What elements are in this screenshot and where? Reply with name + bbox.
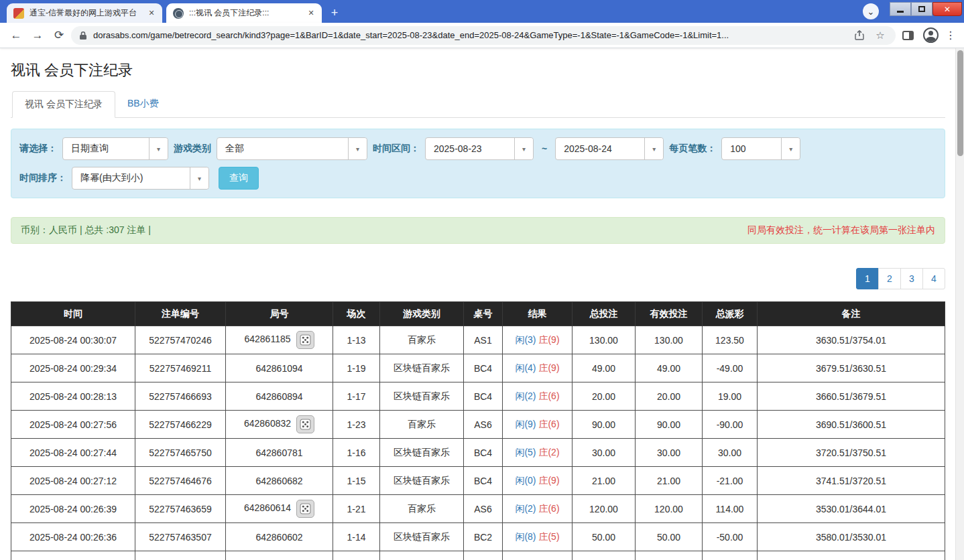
round-id-text: 642860832 [244,418,291,429]
cell-bet_id: 522757470246 [135,326,226,354]
chevron-down-icon[interactable]: ▾ [781,138,800,159]
reload-button[interactable]: ⟳ [50,26,68,45]
per-page-label: 每页笔数： [669,143,716,155]
cell-game: 百家乐 [380,495,464,523]
cell-total_bet[interactable]: 130.00 [573,326,636,354]
cell-note: 3741.51/3720.51 [758,467,945,495]
window-minimize-button[interactable] [890,2,911,16]
round-result-dice-icon[interactable] [296,500,314,518]
column-header: 结果 [503,302,573,326]
cell-table_no: BC4 [464,354,503,382]
cell-session: 1-17 [333,382,380,411]
chevron-down-icon[interactable]: ▾ [644,138,663,159]
cell-session: 1-23 [333,411,380,439]
round-id-text: 642860682 [255,476,302,486]
pagination-page-4[interactable]: 4 [922,268,945,289]
tab-close-icon[interactable]: ✕ [306,8,316,19]
cell-table_no: BC2 [464,523,503,551]
scrollbar-thumb[interactable] [957,50,963,156]
cell-payout: 114.00 [703,495,758,523]
cell-table_no: BC4 [464,551,503,560]
chevron-down-icon[interactable]: ▾ [348,138,367,159]
cell-total_bet[interactable]: 50.00 [573,523,636,551]
sort-label: 时间排序： [19,172,66,184]
cell-total_bet[interactable]: 120.00 [573,495,636,523]
table-row: 2025-08-24 00:26:39522757463659642860614… [11,495,945,523]
chevron-down-icon[interactable]: ▾ [190,167,208,189]
side-panel-icon[interactable] [902,31,914,40]
cell-game: 区块链百家乐 [380,467,464,495]
pagination-page-1[interactable]: 1 [856,268,879,289]
browser-tab-home[interactable]: 通宝-信誉最好的网上游戏平台 ✕ [7,3,162,23]
query-button[interactable]: 查询 [219,167,259,190]
filter-row-1: 请选择： 日期查询 ▾ 游戏类别 全部 ▾ 时间区间： 2025-08-23 ▾… [19,137,937,160]
result-player: 闲(0) [515,475,536,486]
cell-session: 1-14 [333,523,380,551]
window-close-button[interactable]: ✕ [932,2,962,16]
cell-valid_bet: 90.00 [636,411,703,439]
table-row: 2025-08-24 00:28:13522757466693642860894… [11,382,945,411]
forward-button[interactable]: → [28,26,47,45]
cell-time: 2025-08-24 00:28:13 [11,382,135,411]
chevron-down-icon[interactable]: ▾ [149,138,168,159]
tab-bet-records[interactable]: 视讯 会员下注纪录 [12,91,115,118]
new-tab-button[interactable]: + [326,4,343,21]
query-type-select[interactable]: 日期查询 ▾ [62,137,168,160]
round-result-dice-icon[interactable] [296,331,314,349]
chevron-down-icon[interactable]: ▾ [514,138,533,159]
pagination-page-3[interactable]: 3 [900,268,923,289]
round-result-dice-icon[interactable] [296,415,314,433]
tab-search-chevron-icon[interactable]: ⌄ [863,3,879,19]
cell-total_bet[interactable]: 90.00 [573,411,636,439]
pagination: 1234 [11,268,945,289]
site-favicon [13,8,24,19]
cell-table_no: BC4 [464,439,503,467]
cell-round_id: 642861185 [226,326,333,354]
cell-bet_id: 522757466693 [135,382,226,411]
per-page-select[interactable]: 100 ▾ [721,137,800,160]
cell-total_bet[interactable]: 20.00 [573,382,636,411]
filter-panel: 请选择： 日期查询 ▾ 游戏类别 全部 ▾ 时间区间： 2025-08-23 ▾… [11,129,945,198]
cell-result: 闲(0) 庄(9) [503,467,573,495]
url-bar[interactable]: dorasabs.com/game/betrecord_search/kind3… [71,26,896,45]
cell-bet_id: 522757464676 [135,467,226,495]
cell-total_bet[interactable]: 30.00 [573,439,636,467]
window-maximize-button[interactable] [911,2,932,16]
tab-bb-tips[interactable]: BB小费 [115,91,171,118]
cell-table_no: AS1 [464,326,503,354]
cell-total_bet[interactable]: 49.00 [573,354,636,382]
column-header: 游戏类别 [380,302,464,326]
window-controls: ✕ [890,2,962,16]
result-player: 闲(5) [515,447,536,458]
round-id-text: 642860894 [255,391,302,402]
result-player: 闲(4) [515,362,536,373]
cell-payout: 30.00 [703,439,758,467]
column-header: 有效投注 [636,302,703,326]
back-button[interactable]: ← [7,26,25,45]
profile-avatar[interactable] [923,27,939,43]
sort-order-select[interactable]: 降幂(由大到小) ▾ [72,167,209,190]
lock-icon[interactable] [79,31,87,40]
tab-title: 通宝-信誉最好的网上游戏平台 [29,7,141,19]
vertical-scrollbar[interactable] [955,48,964,560]
result-banker: 庄(6) [538,419,559,429]
cell-round_id: 642860682 [226,467,333,495]
column-header: 总派彩 [703,302,758,326]
cell-total_bet[interactable]: 21.00 [573,467,636,495]
date-start-select[interactable]: 2025-08-23 ▾ [425,137,534,160]
result-player: 闲(9) [515,419,536,429]
cell-result: 闲(3) 庄(9) [503,326,573,354]
game-type-select[interactable]: 全部 ▾ [217,137,367,160]
date-end-select[interactable]: 2025-08-24 ▾ [555,137,664,160]
bookmark-star-icon[interactable]: ☆ [873,29,888,42]
browser-menu-icon[interactable]: ⋮ [944,29,957,42]
tab-close-icon[interactable]: ✕ [146,8,157,19]
pagination-page-2[interactable]: 2 [878,268,901,289]
browser-tab-bet-records[interactable]: :::视讯 会员下注纪录::: ✕ [166,3,322,23]
page-favicon [173,8,184,19]
result-banker: 庄(9) [538,362,559,373]
share-icon[interactable] [852,30,867,40]
cell-note: 3679.51/3630.51 [758,354,945,382]
cell-game: 区块链百家乐 [380,439,464,467]
cell-total_bet[interactable]: 50.00 [573,551,636,560]
